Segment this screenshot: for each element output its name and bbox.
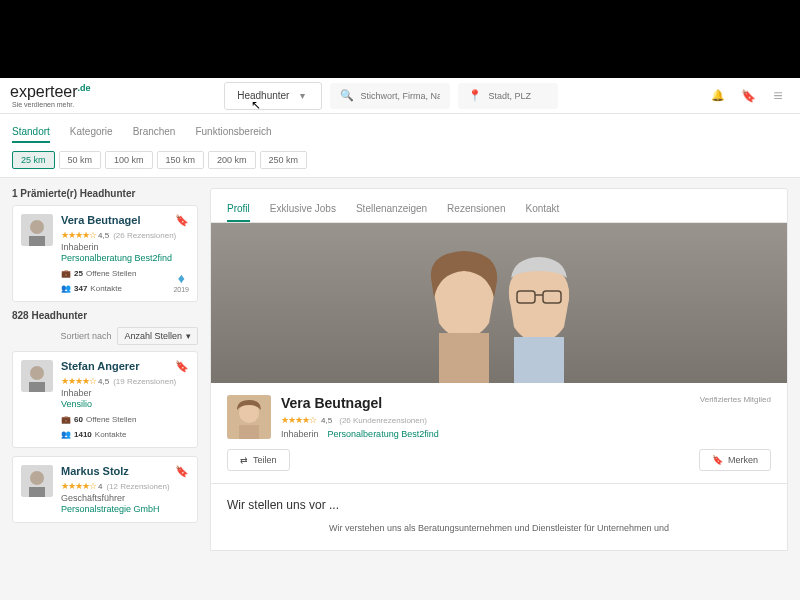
profile-name: Vera Beutnagel <box>281 395 690 411</box>
distance-chip[interactable]: 200 km <box>208 151 256 169</box>
headhunter-card[interactable]: 🔖 Stefan Angerer ★★★★☆4,5(19 Rezensionen… <box>12 351 198 448</box>
intro-title: Wir stellen uns vor ... <box>227 498 771 512</box>
profile-tab-profil[interactable]: Profil <box>227 197 250 222</box>
profile-tab-stellenanzeigen[interactable]: Stellenanzeigen <box>356 197 427 222</box>
verified-badge: Verifiziertes Mitglied <box>700 395 771 404</box>
contacts-count: 👥347Kontakte <box>61 284 122 293</box>
chevron-down-icon: ▾ <box>295 89 309 103</box>
rating-stars: ★★★★☆ <box>281 415 316 425</box>
profile-tab-kontakt[interactable]: Kontakt <box>525 197 559 222</box>
avatar <box>21 214 53 246</box>
filter-tab-kategorie[interactable]: Kategorie <box>70 122 113 143</box>
keyword-input[interactable] <box>360 91 440 101</box>
bookmark-icon: 🔖 <box>712 455 723 465</box>
distance-chip[interactable]: 25 km <box>12 151 55 169</box>
award-badge: ♦2019 <box>173 270 189 293</box>
svg-rect-8 <box>29 487 45 497</box>
card-company-link[interactable]: Personalberatung Best2find <box>61 253 189 263</box>
count-heading: 828 Headhunter <box>12 310 198 321</box>
svg-point-4 <box>30 366 44 380</box>
contacts-count: 👥1410Kontakte <box>61 430 126 439</box>
intro-text: Wir verstehen uns als Beratungsunternehm… <box>227 522 771 536</box>
card-role: Inhaber <box>61 388 189 398</box>
filter-tab-standort[interactable]: Standort <box>12 122 50 143</box>
open-positions: 💼25Offene Stellen <box>61 269 136 278</box>
top-bar: experteer.de Sie verdienen mehr. Headhun… <box>0 78 800 114</box>
svg-rect-5 <box>29 382 45 392</box>
profile-avatar <box>227 395 271 439</box>
notifications-icon[interactable]: 🔔 <box>706 84 730 108</box>
rating-stars: ★★★★☆ <box>61 230 96 240</box>
open-positions: 💼60Offene Stellen <box>61 415 136 424</box>
svg-rect-2 <box>29 236 45 246</box>
distance-chip[interactable]: 50 km <box>59 151 102 169</box>
bookmarks-icon[interactable]: 🔖 <box>736 84 760 108</box>
distance-chip[interactable]: 150 km <box>157 151 205 169</box>
filter-bar: StandortKategorieBranchenFunktionsbereic… <box>0 114 800 178</box>
keyword-search[interactable]: 🔍 <box>330 83 450 109</box>
filter-tab-funktionsbereich[interactable]: Funktionsbereich <box>195 122 271 143</box>
hero-image <box>210 223 788 383</box>
sort-row: Sortiert nach Anzahl Stellen ▾ <box>12 327 198 345</box>
distance-chip[interactable]: 250 km <box>260 151 308 169</box>
location-search[interactable]: 📍 <box>458 83 558 109</box>
bookmark-icon[interactable]: 🔖 <box>175 465 189 478</box>
profile-company-link[interactable]: Personalberatung Best2find <box>328 429 439 439</box>
card-name: Vera Beutnagel <box>61 214 189 226</box>
profile-header-card: Vera Beutnagel ★★★★☆ 4,5 (26 Kundenrezen… <box>210 383 788 484</box>
rating-stars: ★★★★☆ <box>61 481 96 491</box>
profile-tabs: ProfilExklusive JobsStellenanzeigenRezen… <box>210 188 788 223</box>
location-input[interactable] <box>488 91 548 101</box>
search-type-dropdown[interactable]: Headhunter ▾ <box>224 82 322 110</box>
premiere-heading: 1 Prämierte(r) Headhunter <box>12 188 198 199</box>
bookmark-icon[interactable]: 🔖 <box>175 360 189 373</box>
svg-rect-18 <box>239 425 259 439</box>
menu-icon[interactable]: ≡ <box>766 84 790 108</box>
sort-select[interactable]: Anzahl Stellen ▾ <box>117 327 198 345</box>
rating-stars: ★★★★☆ <box>61 376 96 386</box>
card-company-link[interactable]: Vensilio <box>61 399 189 409</box>
avatar <box>21 360 53 392</box>
profile-tab-exklusive-jobs[interactable]: Exklusive Jobs <box>270 197 336 222</box>
svg-point-1 <box>30 220 44 234</box>
card-role: Inhaberin <box>61 242 189 252</box>
distance-chips: 25 km50 km100 km150 km200 km250 km <box>12 151 788 169</box>
share-icon: ⇄ <box>240 455 248 465</box>
svg-rect-10 <box>439 333 489 383</box>
headhunter-card[interactable]: 🔖 Markus Stolz ★★★★☆4(12 Rezensionen) Ge… <box>12 456 198 523</box>
bookmark-icon[interactable]: 🔖 <box>175 214 189 227</box>
card-company-link[interactable]: Personalstrategie GmbH <box>61 504 189 514</box>
profile-tab-rezensionen[interactable]: Rezensionen <box>447 197 505 222</box>
distance-chip[interactable]: 100 km <box>105 151 153 169</box>
search-icon: 🔍 <box>340 89 354 103</box>
card-role: Geschäftsführer <box>61 493 189 503</box>
filter-tabs: StandortKategorieBranchenFunktionsbereic… <box>12 122 788 143</box>
filter-tab-branchen[interactable]: Branchen <box>133 122 176 143</box>
logo[interactable]: experteer.de Sie verdienen mehr. <box>10 83 91 108</box>
intro-section: Wir stellen uns vor ... Wir verstehen un… <box>210 484 788 551</box>
card-name: Stefan Angerer <box>61 360 189 372</box>
bookmark-button[interactable]: 🔖 Merken <box>699 449 771 471</box>
card-name: Markus Stolz <box>61 465 189 477</box>
share-button[interactable]: ⇄ Teilen <box>227 449 290 471</box>
results-sidebar: 1 Prämierte(r) Headhunter 🔖 Vera Beutnag… <box>12 188 198 600</box>
svg-point-7 <box>30 471 44 485</box>
svg-rect-15 <box>514 337 564 383</box>
profile-panel: ProfilExklusive JobsStellenanzeigenRezen… <box>210 188 788 600</box>
avatar <box>21 465 53 497</box>
headhunter-card[interactable]: 🔖 Vera Beutnagel ★★★★☆4,5(26 Rezensionen… <box>12 205 198 302</box>
chevron-down-icon: ▾ <box>186 331 191 341</box>
pin-icon: 📍 <box>468 89 482 103</box>
